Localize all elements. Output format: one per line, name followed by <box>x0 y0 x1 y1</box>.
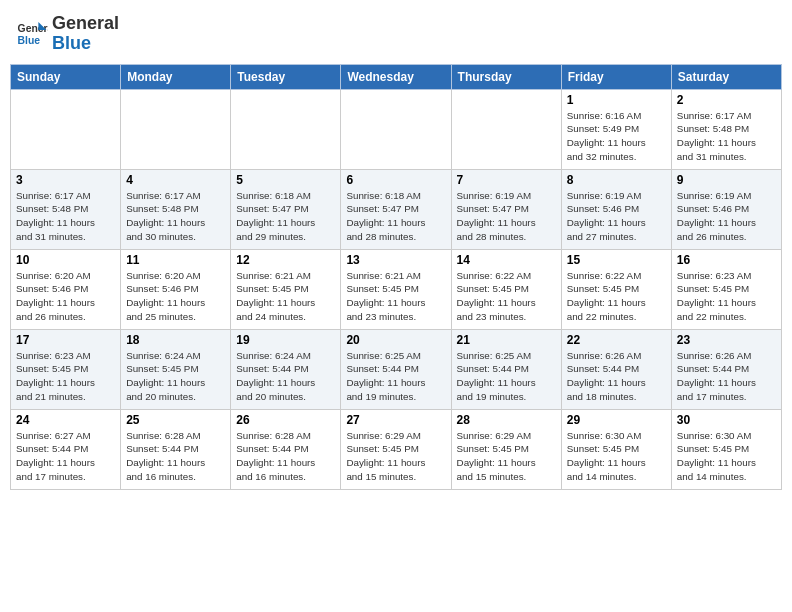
cell-date-number: 25 <box>126 413 225 427</box>
cell-date-number: 13 <box>346 253 445 267</box>
calendar-week-row: 3Sunrise: 6:17 AMSunset: 5:48 PMDaylight… <box>11 169 782 249</box>
calendar-cell <box>451 89 561 169</box>
cell-info-text: Sunrise: 6:18 AMSunset: 5:47 PMDaylight:… <box>236 189 335 244</box>
cell-info-text: Sunrise: 6:17 AMSunset: 5:48 PMDaylight:… <box>677 109 776 164</box>
calendar-cell: 29Sunrise: 6:30 AMSunset: 5:45 PMDayligh… <box>561 409 671 489</box>
cell-date-number: 28 <box>457 413 556 427</box>
calendar-cell <box>341 89 451 169</box>
cell-info-text: Sunrise: 6:29 AMSunset: 5:45 PMDaylight:… <box>457 429 556 484</box>
calendar-cell <box>11 89 121 169</box>
weekday-header-sunday: Sunday <box>11 64 121 89</box>
cell-date-number: 20 <box>346 333 445 347</box>
calendar-cell: 4Sunrise: 6:17 AMSunset: 5:48 PMDaylight… <box>121 169 231 249</box>
cell-date-number: 27 <box>346 413 445 427</box>
cell-date-number: 4 <box>126 173 225 187</box>
calendar-cell: 27Sunrise: 6:29 AMSunset: 5:45 PMDayligh… <box>341 409 451 489</box>
calendar-week-row: 1Sunrise: 6:16 AMSunset: 5:49 PMDaylight… <box>11 89 782 169</box>
cell-info-text: Sunrise: 6:17 AMSunset: 5:48 PMDaylight:… <box>16 189 115 244</box>
calendar-cell: 9Sunrise: 6:19 AMSunset: 5:46 PMDaylight… <box>671 169 781 249</box>
cell-info-text: Sunrise: 6:25 AMSunset: 5:44 PMDaylight:… <box>346 349 445 404</box>
cell-info-text: Sunrise: 6:24 AMSunset: 5:45 PMDaylight:… <box>126 349 225 404</box>
page-header: General Blue General Blue <box>10 10 782 58</box>
cell-date-number: 30 <box>677 413 776 427</box>
calendar-cell: 22Sunrise: 6:26 AMSunset: 5:44 PMDayligh… <box>561 329 671 409</box>
cell-date-number: 17 <box>16 333 115 347</box>
logo-text-general: General <box>52 14 119 34</box>
cell-date-number: 7 <box>457 173 556 187</box>
cell-date-number: 19 <box>236 333 335 347</box>
calendar-week-row: 10Sunrise: 6:20 AMSunset: 5:46 PMDayligh… <box>11 249 782 329</box>
cell-info-text: Sunrise: 6:18 AMSunset: 5:47 PMDaylight:… <box>346 189 445 244</box>
calendar-cell: 17Sunrise: 6:23 AMSunset: 5:45 PMDayligh… <box>11 329 121 409</box>
weekday-header-row: SundayMondayTuesdayWednesdayThursdayFrid… <box>11 64 782 89</box>
cell-info-text: Sunrise: 6:27 AMSunset: 5:44 PMDaylight:… <box>16 429 115 484</box>
calendar-cell: 10Sunrise: 6:20 AMSunset: 5:46 PMDayligh… <box>11 249 121 329</box>
calendar-cell: 15Sunrise: 6:22 AMSunset: 5:45 PMDayligh… <box>561 249 671 329</box>
calendar-week-row: 17Sunrise: 6:23 AMSunset: 5:45 PMDayligh… <box>11 329 782 409</box>
cell-info-text: Sunrise: 6:21 AMSunset: 5:45 PMDaylight:… <box>236 269 335 324</box>
calendar-cell: 1Sunrise: 6:16 AMSunset: 5:49 PMDaylight… <box>561 89 671 169</box>
calendar-cell: 5Sunrise: 6:18 AMSunset: 5:47 PMDaylight… <box>231 169 341 249</box>
cell-date-number: 2 <box>677 93 776 107</box>
calendar-cell: 26Sunrise: 6:28 AMSunset: 5:44 PMDayligh… <box>231 409 341 489</box>
cell-date-number: 26 <box>236 413 335 427</box>
cell-date-number: 5 <box>236 173 335 187</box>
logo-text-blue: Blue <box>52 34 119 54</box>
calendar-cell: 25Sunrise: 6:28 AMSunset: 5:44 PMDayligh… <box>121 409 231 489</box>
cell-info-text: Sunrise: 6:19 AMSunset: 5:46 PMDaylight:… <box>567 189 666 244</box>
calendar-cell: 30Sunrise: 6:30 AMSunset: 5:45 PMDayligh… <box>671 409 781 489</box>
calendar-cell: 13Sunrise: 6:21 AMSunset: 5:45 PMDayligh… <box>341 249 451 329</box>
cell-date-number: 11 <box>126 253 225 267</box>
weekday-header-monday: Monday <box>121 64 231 89</box>
logo: General Blue General Blue <box>16 14 119 54</box>
calendar-cell: 28Sunrise: 6:29 AMSunset: 5:45 PMDayligh… <box>451 409 561 489</box>
cell-info-text: Sunrise: 6:22 AMSunset: 5:45 PMDaylight:… <box>567 269 666 324</box>
cell-info-text: Sunrise: 6:28 AMSunset: 5:44 PMDaylight:… <box>236 429 335 484</box>
cell-date-number: 29 <box>567 413 666 427</box>
calendar-cell: 14Sunrise: 6:22 AMSunset: 5:45 PMDayligh… <box>451 249 561 329</box>
cell-info-text: Sunrise: 6:17 AMSunset: 5:48 PMDaylight:… <box>126 189 225 244</box>
cell-date-number: 24 <box>16 413 115 427</box>
cell-info-text: Sunrise: 6:23 AMSunset: 5:45 PMDaylight:… <box>677 269 776 324</box>
calendar-cell: 20Sunrise: 6:25 AMSunset: 5:44 PMDayligh… <box>341 329 451 409</box>
cell-date-number: 12 <box>236 253 335 267</box>
cell-date-number: 22 <box>567 333 666 347</box>
cell-date-number: 14 <box>457 253 556 267</box>
cell-info-text: Sunrise: 6:29 AMSunset: 5:45 PMDaylight:… <box>346 429 445 484</box>
cell-info-text: Sunrise: 6:21 AMSunset: 5:45 PMDaylight:… <box>346 269 445 324</box>
weekday-header-thursday: Thursday <box>451 64 561 89</box>
calendar-cell: 6Sunrise: 6:18 AMSunset: 5:47 PMDaylight… <box>341 169 451 249</box>
weekday-header-saturday: Saturday <box>671 64 781 89</box>
calendar-cell: 11Sunrise: 6:20 AMSunset: 5:46 PMDayligh… <box>121 249 231 329</box>
calendar-cell: 2Sunrise: 6:17 AMSunset: 5:48 PMDaylight… <box>671 89 781 169</box>
calendar-cell: 24Sunrise: 6:27 AMSunset: 5:44 PMDayligh… <box>11 409 121 489</box>
cell-info-text: Sunrise: 6:20 AMSunset: 5:46 PMDaylight:… <box>16 269 115 324</box>
weekday-header-tuesday: Tuesday <box>231 64 341 89</box>
cell-info-text: Sunrise: 6:24 AMSunset: 5:44 PMDaylight:… <box>236 349 335 404</box>
calendar-table: SundayMondayTuesdayWednesdayThursdayFrid… <box>10 64 782 490</box>
cell-info-text: Sunrise: 6:16 AMSunset: 5:49 PMDaylight:… <box>567 109 666 164</box>
cell-date-number: 3 <box>16 173 115 187</box>
calendar-cell: 12Sunrise: 6:21 AMSunset: 5:45 PMDayligh… <box>231 249 341 329</box>
cell-info-text: Sunrise: 6:20 AMSunset: 5:46 PMDaylight:… <box>126 269 225 324</box>
calendar-cell <box>231 89 341 169</box>
cell-info-text: Sunrise: 6:19 AMSunset: 5:46 PMDaylight:… <box>677 189 776 244</box>
calendar-cell: 3Sunrise: 6:17 AMSunset: 5:48 PMDaylight… <box>11 169 121 249</box>
cell-date-number: 21 <box>457 333 556 347</box>
cell-date-number: 6 <box>346 173 445 187</box>
cell-date-number: 8 <box>567 173 666 187</box>
cell-info-text: Sunrise: 6:23 AMSunset: 5:45 PMDaylight:… <box>16 349 115 404</box>
logo-icon: General Blue <box>16 18 48 50</box>
cell-info-text: Sunrise: 6:25 AMSunset: 5:44 PMDaylight:… <box>457 349 556 404</box>
cell-info-text: Sunrise: 6:26 AMSunset: 5:44 PMDaylight:… <box>677 349 776 404</box>
cell-date-number: 16 <box>677 253 776 267</box>
weekday-header-friday: Friday <box>561 64 671 89</box>
calendar-cell <box>121 89 231 169</box>
cell-date-number: 9 <box>677 173 776 187</box>
calendar-cell: 16Sunrise: 6:23 AMSunset: 5:45 PMDayligh… <box>671 249 781 329</box>
cell-info-text: Sunrise: 6:30 AMSunset: 5:45 PMDaylight:… <box>677 429 776 484</box>
cell-date-number: 1 <box>567 93 666 107</box>
cell-info-text: Sunrise: 6:22 AMSunset: 5:45 PMDaylight:… <box>457 269 556 324</box>
calendar-cell: 21Sunrise: 6:25 AMSunset: 5:44 PMDayligh… <box>451 329 561 409</box>
calendar-week-row: 24Sunrise: 6:27 AMSunset: 5:44 PMDayligh… <box>11 409 782 489</box>
